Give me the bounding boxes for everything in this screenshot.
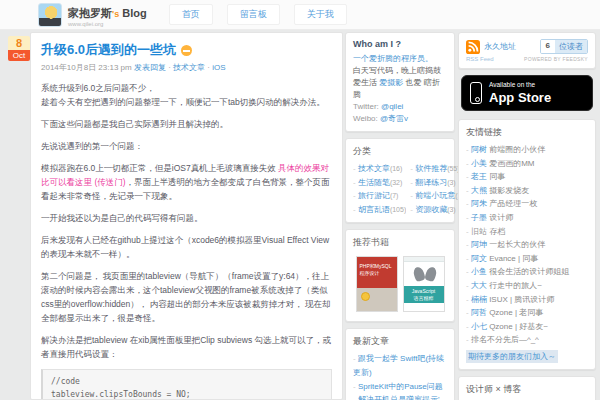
nav-about[interactable]: 关于我 <box>294 4 347 25</box>
bio-line: 白天写代码，晚上瞎捣鼓 <box>353 65 447 77</box>
right-sidebar: 永久地址 6 位读者 RSS Feed POWERED BY FEEDSKY A… <box>458 32 596 400</box>
rss-icon <box>466 40 480 54</box>
twitter-link[interactable]: @qilei <box>381 102 403 111</box>
butterfly-icon <box>414 267 436 283</box>
feed-card: 永久地址 6 位读者 RSS Feed POWERED BY FEEDSKY <box>458 32 596 69</box>
recent-posts-title: 最新文章 <box>353 335 447 348</box>
blogroll-link[interactable]: 小美 <box>471 159 487 168</box>
demo-link-paren[interactable]: (传送门) <box>94 177 125 187</box>
code-block: //code tableview.clipsToBounds = NO; <box>41 369 332 400</box>
section-lead: 先说说遇到的第一个问题： <box>41 139 332 153</box>
blogroll-link[interactable]: 小鱼 <box>471 267 487 276</box>
books-title: 推荐书籍 <box>353 236 447 249</box>
bio-line: 爱生活 爱摄影 也爱 瞎折腾 <box>353 77 447 101</box>
hobby-link[interactable]: 爱摄影 <box>379 78 403 87</box>
category-link[interactable]: 生活随笔 <box>358 178 390 187</box>
book-cover-php-mysql[interactable]: PHP和MySQL 程序设计 <box>356 256 398 312</box>
iphone-icon <box>470 82 482 104</box>
main-nav: 首页 留言板 关于我 <box>169 4 347 25</box>
blogroll-link[interactable]: 阿树 <box>471 145 487 154</box>
blogroll-link[interactable]: 楠楠 <box>471 295 487 304</box>
paragraph: 下面这些问题都是我自己实际遇到并且解决掉的。 <box>41 117 332 131</box>
selected-text: 期待更多的朋友们加入～ <box>466 350 558 363</box>
designers-title: 设计师 × 博客 <box>466 383 588 396</box>
book-cover-javascript-good-parts[interactable]: JavaScript语言精粹 <box>403 256 445 312</box>
blogroll-title: 友情链接 <box>466 126 588 139</box>
paragraph: 一开始我还以为是自己的代码写得有问题。 <box>41 211 332 225</box>
who-am-i-card: Who am I ? 一个爱折腾的程序员。 白天写代码，晚上瞎捣鼓 爱生活 爱摄… <box>345 32 455 132</box>
blogroll-link[interactable]: 阿坤 <box>471 240 487 249</box>
blogroll-link[interactable]: 阿朱 <box>471 199 487 208</box>
post-date-badge: 8 Oct <box>8 36 30 61</box>
blogroll-link[interactable]: 大熊 <box>471 186 487 195</box>
weibo-link[interactable]: @奇雷v <box>380 114 408 123</box>
category-link[interactable]: 翻译练习 <box>415 178 447 187</box>
blogroll-link[interactable]: 子墨 <box>471 213 487 222</box>
who-am-i-title: Who am I ? <box>353 39 447 49</box>
article-card: 升级6.0后遇到的一些坑 2014年10月8日 23:13 pm 发表回复 · … <box>30 32 343 400</box>
tag-link-ios[interactable]: iOS <box>212 63 225 72</box>
site-logo[interactable]: 家抱罗斯's Blog www.qilei.org <box>38 3 147 27</box>
blogroll-link[interactable]: 阿文 <box>471 254 487 263</box>
nav-home[interactable]: 首页 <box>169 4 213 25</box>
site-domain: www.qilei.org <box>68 21 147 27</box>
twitter-line: Twitter: @qilei <box>353 101 447 113</box>
award-badge-icon <box>361 292 370 301</box>
nav-guestbook[interactable]: 留言板 <box>227 4 280 25</box>
category-link[interactable]: 资源收藏 <box>415 205 447 214</box>
recent-post-link[interactable]: SpriteKit中的Pause问题 <box>358 382 443 391</box>
paragraph: 系统升级到6.0之后问题不少， 趁着今天有空把遇到的问题整理一下，顺便记一下ta… <box>41 81 332 109</box>
recent-post-link[interactable]: 解决开机总是弹窗提示' 找不到cmd.exe文件' <box>353 395 439 400</box>
post-date-day: 8 <box>8 36 30 50</box>
powered-by-feedsky: POWERED BY FEEDSKY <box>524 56 588 62</box>
app-store-badge[interactable]: Available on the App Store <box>461 75 593 111</box>
category-link[interactable]: 胡言乱语 <box>358 205 390 214</box>
blogroll-note: 排名不分先后—^_^ <box>471 335 539 344</box>
weibo-line: Weibo: @奇雷v <box>353 113 447 125</box>
paragraph: 后来发现有人已经在github上提过这个（xcode6的模拟器里Visual E… <box>41 233 332 261</box>
blogroll-link[interactable]: 阿哲 <box>471 308 487 317</box>
blogroll-link[interactable]: 大大 <box>471 281 487 290</box>
category-link[interactable]: 技术文章 <box>173 63 205 72</box>
blogroll-item-plain: 旧站 <box>471 227 487 236</box>
blogroll-link[interactable]: 老王 <box>471 172 487 181</box>
books-card: 推荐书籍 PHP和MySQL 程序设计 JavaScript语言精粹 <box>345 229 455 322</box>
paragraph: 解决办法是把tableview 在xib属性面板里把Clip subviews … <box>41 333 332 361</box>
category-link[interactable]: 旅行游记 <box>358 191 390 200</box>
bio-link[interactable]: 一个爱折腾的程序员。 <box>353 54 433 63</box>
category-link[interactable]: 前端小玩意 <box>415 191 455 200</box>
site-header: 家抱罗斯's Blog www.qilei.org 首页 留言板 关于我 <box>0 0 600 30</box>
rss-feed-label: RSS Feed <box>466 56 494 62</box>
recent-posts-card: 最新文章 跟我一起学 Swift吧(持续更新) SpriteKit中的Pause… <box>345 328 455 400</box>
paragraph: 模拟器跑在6.0上一切都正常，但是iOS7真机上毛玻璃直接失效 具体的效果对比可… <box>41 161 332 203</box>
comment-bubble-icon[interactable] <box>181 45 192 56</box>
categories-title: 分类 <box>353 145 447 158</box>
post-meta: 2014年10月8日 23:13 pm 发表回复 · 技术文章 · iOS <box>41 62 332 73</box>
post-date-month: Oct <box>8 50 30 61</box>
paragraph: 第二个问题是， 我页面里的tableview（导航下）（frame设置了y:64… <box>41 269 332 325</box>
blogroll-link[interactable]: 小七 <box>471 322 487 331</box>
categories-card: 分类 技术文章(16) 生活随笔(32) 旅行游记(7) 胡言乱语(105) 软… <box>345 138 455 223</box>
permalink-link[interactable]: 永久地址 <box>484 41 516 52</box>
designers-card: 设计师 × 博客 白鸦 知名产品设计师 Rokey 交互设计界的大牛 咕咚同学 … <box>458 376 596 400</box>
middle-sidebar: Who am I ? 一个爱折腾的程序员。 白天写代码，晚上瞎捣鼓 爱生活 爱摄… <box>345 32 455 400</box>
post-title-link[interactable]: 升级6.0后遇到的一些坑 <box>41 41 176 59</box>
post-title-row: 升级6.0后遇到的一些坑 <box>41 41 332 59</box>
category-link[interactable]: 技术文章 <box>358 164 390 173</box>
blogroll-card: 友情链接 阿树 前端圈的小伙伴 小美 爱画画的MM 老王 同事 大熊 摄影发烧友… <box>458 119 596 370</box>
category-link[interactable]: 软件推荐 <box>415 164 447 173</box>
site-title: 家抱罗斯's Blog <box>68 7 147 19</box>
avatar-image <box>38 3 62 27</box>
reply-link[interactable]: 发表回复 <box>134 63 166 72</box>
recent-post-link[interactable]: 跟我一起学 Swift吧(持续更新) <box>353 354 444 377</box>
post-datetime: 2014年10月8日 23:13 pm <box>41 63 132 72</box>
subscriber-counter[interactable]: 6 位读者 <box>540 39 588 54</box>
